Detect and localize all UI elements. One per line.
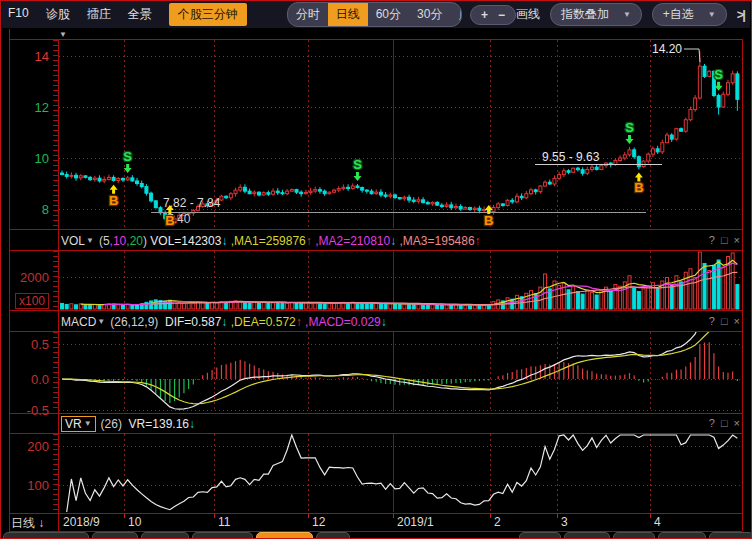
- period-tab-0[interactable]: 分时: [288, 3, 328, 26]
- pager-segment[interactable]: [613, 532, 655, 539]
- pager-segment-active[interactable]: [256, 532, 313, 539]
- macd-scale-label: 0.5: [11, 337, 49, 352]
- macd-readout: (26,12,9) DIF=0.587↓ ,DEA=0.572↑ ,MACD=0…: [110, 315, 387, 329]
- chart-svg[interactable]: 7.407.82 - 7.849.55 - 9.6314.20BSBSBSBS: [1, 1, 752, 539]
- collapse-panel-icon[interactable]: >|: [737, 7, 744, 22]
- zoom-pill: + −: [470, 5, 516, 25]
- macd-indicator-button[interactable]: MACD: [61, 315, 96, 329]
- sell-marker: S: [353, 157, 362, 172]
- help-icon[interactable]: ?: [709, 417, 715, 429]
- chart-corner-dropdown[interactable]: ▼: [59, 30, 67, 39]
- maximize-icon[interactable]: □: [721, 417, 728, 429]
- close-icon[interactable]: ×: [734, 315, 740, 327]
- arrow-down-icon: ↓: [38, 516, 44, 530]
- vr-indicator-label: VR: [65, 417, 82, 431]
- index-overlay-dropdown[interactable]: 指数叠加 ▼: [550, 3, 642, 26]
- buy-marker: B: [109, 193, 118, 208]
- pager-segment[interactable]: [658, 532, 706, 539]
- date-label-10: 10: [128, 515, 141, 529]
- menu-item-2[interactable]: 擂庄: [87, 6, 111, 23]
- date-pager: [3, 532, 752, 539]
- chevron-down-icon[interactable]: ▼: [97, 317, 105, 326]
- buy-arrow-icon: [166, 205, 174, 214]
- chevron-down-icon[interactable]: ▼: [86, 236, 94, 245]
- price-label-12: 12: [11, 100, 49, 115]
- vr-header: VR ▼ (26) VR=139.16↓: [61, 414, 711, 433]
- vol-readout-seg-4: VOL=142303: [150, 234, 221, 248]
- maximize-icon[interactable]: □: [721, 315, 728, 327]
- pager-segment[interactable]: [92, 532, 138, 539]
- period-tab-2[interactable]: 60分: [368, 3, 409, 26]
- add-watchlist-label: +自选: [663, 6, 694, 23]
- pager-segment[interactable]: [519, 532, 561, 539]
- pager-segment[interactable]: [3, 532, 89, 539]
- sell-arrow-icon: [625, 135, 633, 144]
- add-watchlist-button[interactable]: +自选 ▼: [652, 3, 727, 26]
- date-label-11: 11: [218, 515, 230, 529]
- date-label-4: 4: [654, 515, 661, 529]
- separator-line: [9, 250, 742, 251]
- vr-scale-label: 100: [11, 478, 49, 493]
- sell-arrow-icon: [124, 164, 132, 173]
- vr-readout-seg-2: ↓: [189, 417, 195, 431]
- vr-readout-seg-1: VR=139.16: [129, 417, 189, 431]
- vol-readout-seg-6: ,MA1=259876: [227, 234, 305, 248]
- pager-segment[interactable]: [564, 532, 610, 539]
- date-label-2018/9: 2018/9: [63, 515, 100, 529]
- menu-item-1[interactable]: 诊股: [46, 6, 70, 23]
- low-price-annotation: 7.40: [167, 212, 191, 226]
- frame-vline: [9, 29, 10, 531]
- sell-marker: S: [123, 149, 132, 164]
- pager-gap: [353, 532, 516, 539]
- close-icon[interactable]: ×: [734, 417, 740, 429]
- buy-marker: B: [165, 213, 174, 228]
- stock-3min-button[interactable]: 个股三分钟: [169, 3, 247, 26]
- axis-tick-ruler: [53, 434, 58, 512]
- vol-panel-icons: ?□×: [709, 234, 740, 246]
- vr-panel-icons: ?□×: [709, 417, 740, 429]
- pager-segment[interactable]: [192, 532, 253, 539]
- pager-segment[interactable]: [709, 532, 752, 539]
- price-label-10: 10: [11, 151, 49, 166]
- frame-vline: [742, 39, 743, 531]
- period-dropdown-label: 周线: [458, 7, 461, 21]
- sell-arrow-icon: [353, 172, 361, 181]
- stock-app-window: F10诊股擂庄全景 个股三分钟 分时日线60分30分周线▼ + − 画线 指数叠…: [0, 0, 752, 539]
- macd-scale-label: 0.0: [11, 372, 49, 387]
- chevron-down-icon: ▼: [623, 10, 631, 19]
- maximize-icon[interactable]: □: [721, 234, 728, 246]
- sell-marker: S: [625, 120, 634, 135]
- help-icon[interactable]: ?: [709, 315, 715, 327]
- macd-readout-seg-5: ,MACD=0.029: [302, 315, 381, 329]
- vr-indicator-button[interactable]: VR ▼: [61, 416, 96, 432]
- buy-arrow-icon: [635, 172, 643, 181]
- date-label-3: 3: [561, 515, 568, 529]
- buy-arrow-icon: [110, 185, 118, 194]
- separator-line: [9, 433, 742, 434]
- period-indicator[interactable]: 日线 ↓: [11, 515, 44, 532]
- vol-scale-label: 2000: [11, 270, 49, 285]
- macd-header: MACD ▼ (26,12,9) DIF=0.587↓ ,DEA=0.572↑ …: [61, 312, 711, 331]
- period-tab-3[interactable]: 30分: [409, 3, 450, 26]
- macd-readout-seg-6: ↓: [381, 315, 387, 329]
- menu-item-3[interactable]: 全景: [128, 6, 152, 23]
- pager-segment[interactable]: [316, 532, 350, 539]
- draw-line-button[interactable]: 画线: [516, 6, 540, 23]
- period-tab-1[interactable]: 日线: [328, 3, 368, 26]
- separator-line: [9, 229, 742, 230]
- macd-panel-icons: ?□×: [709, 315, 740, 327]
- period-indicator-label: 日线: [11, 516, 35, 530]
- vol-indicator-button[interactable]: VOL: [61, 234, 85, 248]
- pager-segment[interactable]: [141, 532, 189, 539]
- high-price-annotation: 14.20: [652, 42, 682, 56]
- period-dropdown[interactable]: 周线▼: [450, 3, 461, 26]
- menu-item-0[interactable]: F10: [8, 6, 29, 23]
- help-icon[interactable]: ?: [709, 234, 715, 246]
- axis-tick-ruler: [53, 251, 58, 309]
- vol-header: VOL ▼ (5,10,20) VOL=142303↓ ,MA1=259876↑…: [61, 231, 711, 250]
- vol-unit-label: x100: [15, 293, 49, 309]
- zoom-out-button[interactable]: −: [498, 8, 505, 22]
- toolbar-right: 画线 指数叠加 ▼ +自选 ▼ >|: [516, 3, 744, 26]
- zoom-in-button[interactable]: +: [481, 8, 488, 22]
- close-icon[interactable]: ×: [734, 234, 740, 246]
